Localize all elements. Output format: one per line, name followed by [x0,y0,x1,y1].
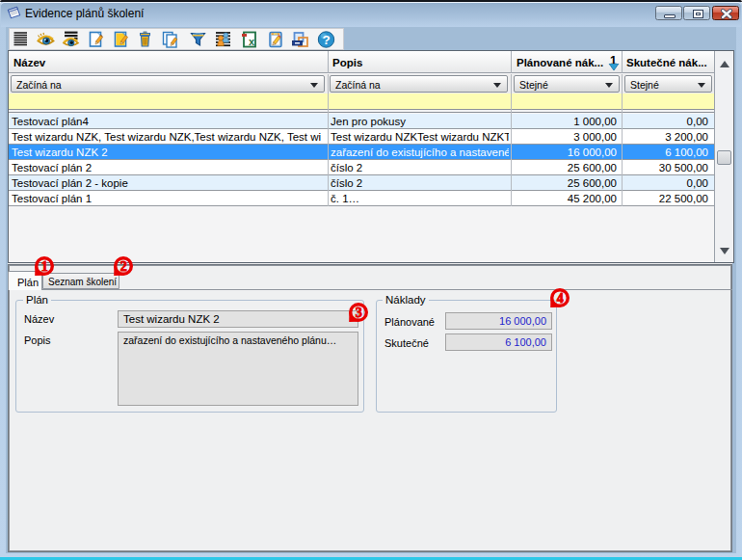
svg-text:3: 3 [356,306,362,320]
svg-text:2: 2 [120,259,127,274]
svg-text:x: x [249,36,255,47]
svg-text:?: ? [322,33,330,47]
svg-text:4: 4 [557,291,564,306]
svg-text:1: 1 [41,259,48,274]
